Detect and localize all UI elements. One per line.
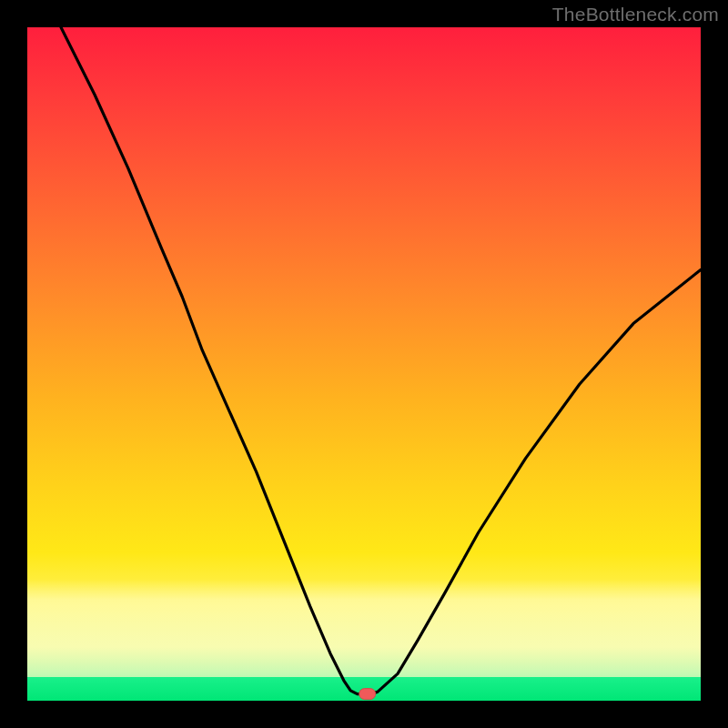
min-marker [359,689,376,700]
watermark-label: TheBottleneck.com [552,4,719,25]
chart-frame: TheBottleneck.com [0,0,728,728]
bottleneck-svg [27,27,701,701]
plot-area [27,27,701,701]
bottleneck-curve [61,27,701,694]
